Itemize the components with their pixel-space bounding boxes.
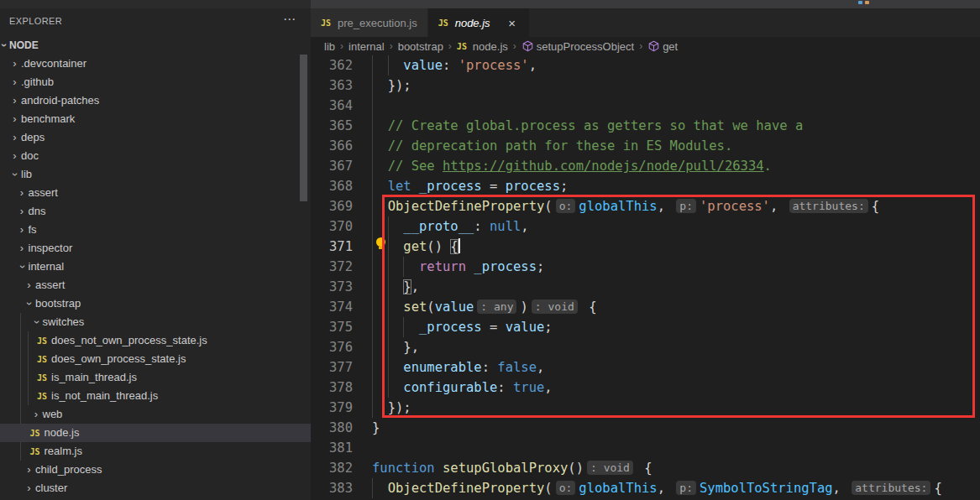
code-token: } bbox=[372, 420, 380, 435]
breadcrumb-item-bootstrap[interactable]: bootstrap bbox=[398, 40, 443, 53]
tree-item-doc[interactable]: ›doc bbox=[0, 147, 311, 165]
breadcrumb-item-get[interactable]: get bbox=[647, 40, 678, 53]
breadcrumb-item-setupProcessObject[interactable]: setupProcessObject bbox=[521, 40, 634, 53]
tree-item-assert[interactable]: ›assert bbox=[0, 184, 311, 202]
tree-item-realm.js[interactable]: JSrealm.js bbox=[0, 442, 311, 461]
tree-item-does-not-own-process-state.js[interactable]: JSdoes_not_own_process_state.js bbox=[0, 331, 311, 350]
code-line-378[interactable]: 378 configurable: true, bbox=[311, 378, 980, 398]
code-line-375[interactable]: 375 _process = value; bbox=[311, 317, 980, 337]
code-token bbox=[466, 259, 474, 274]
inlay-hint: : any bbox=[477, 299, 516, 314]
tree-item-lib[interactable]: ›lib bbox=[0, 165, 311, 184]
tree-item-.devcontainer[interactable]: ›.devcontainer bbox=[0, 55, 311, 73]
code-token: 'process' bbox=[459, 58, 529, 73]
tree-item-web[interactable]: ›web bbox=[0, 405, 311, 424]
code-token: { bbox=[934, 481, 941, 496]
code-line-376[interactable]: 376 }, bbox=[311, 337, 980, 357]
tree-item-internal[interactable]: ›internal bbox=[0, 258, 311, 276]
code-text: }); bbox=[372, 76, 411, 96]
code-text: configurable: true, bbox=[372, 378, 553, 398]
tree-item-inspector[interactable]: ›inspector bbox=[0, 239, 311, 258]
code-token: ; bbox=[537, 259, 544, 274]
code-line-380[interactable]: 380} bbox=[311, 418, 980, 438]
tree-item-fs[interactable]: ›fs bbox=[0, 221, 311, 239]
tree-item-child-process[interactable]: ›child_process bbox=[0, 461, 311, 479]
code-line-382[interactable]: 382function setupGlobalProxy(): void { bbox=[311, 458, 980, 478]
tree-item-label: cluster bbox=[35, 482, 67, 494]
code-line-369[interactable]: 369 ObjectDefineProperty(o:globalThis, p… bbox=[311, 196, 980, 216]
breadcrumb-item-internal[interactable]: internal bbox=[349, 40, 385, 53]
code-line-363[interactable]: 363 }); bbox=[311, 76, 980, 96]
code-line-365[interactable]: 365 // Create global.process as getters … bbox=[311, 116, 980, 136]
tree-item-dns[interactable]: ›dns bbox=[0, 202, 311, 221]
code-text: let _process = process; bbox=[372, 176, 568, 196]
code-line-364[interactable]: 364 bbox=[311, 96, 980, 116]
code-token: { bbox=[581, 299, 597, 315]
line-number: 381 bbox=[311, 438, 353, 458]
code-line-383[interactable]: 383 ObjectDefineProperty(o:globalThis, p… bbox=[311, 478, 980, 498]
tree-item-bootstrap[interactable]: ›bootstrap bbox=[0, 294, 311, 313]
tree-item-deps[interactable]: ›deps bbox=[0, 128, 311, 147]
code-token bbox=[372, 58, 403, 73]
code-line-368[interactable]: 368 let _process = process; bbox=[311, 176, 980, 196]
tree-item-.github[interactable]: ›.github bbox=[0, 73, 311, 91]
workspace-section-node[interactable]: › NODE bbox=[0, 36, 311, 55]
breadcrumb-separator: › bbox=[513, 40, 516, 52]
tree-item-cluster[interactable]: ›cluster bbox=[0, 479, 311, 497]
line-number: 376 bbox=[311, 337, 353, 357]
tree-item-label: fs bbox=[29, 223, 37, 236]
code-line-366[interactable]: 366 // deprecation path for these in ES … bbox=[311, 136, 980, 156]
js-file-icon: JS bbox=[30, 443, 45, 461]
tab-label: pre_execution.js bbox=[338, 17, 417, 29]
sidebar-scrollbar[interactable] bbox=[300, 55, 307, 201]
tree-item-does-own-process-state.js[interactable]: JSdoes_own_process_state.js bbox=[0, 350, 311, 368]
code-line-371[interactable]: 371 get() { bbox=[311, 237, 980, 257]
chevron-right-icon: › bbox=[8, 73, 21, 91]
code-line-367[interactable]: 367 // See https://github.com/nodejs/nod… bbox=[311, 156, 980, 176]
tree-item-switches[interactable]: ›switches bbox=[0, 313, 311, 331]
tab-node.js[interactable]: JSnode.js× bbox=[428, 8, 529, 37]
tree-item-benchmark[interactable]: ›benchmark bbox=[0, 110, 311, 128]
tree-item-node.js[interactable]: JSnode.js bbox=[0, 424, 311, 442]
symbol-cube-icon bbox=[521, 40, 534, 52]
line-number: 369 bbox=[311, 196, 353, 216]
line-number: 377 bbox=[311, 357, 353, 378]
code-token: , bbox=[833, 481, 849, 496]
code-token: SymbolToStringTag bbox=[700, 481, 833, 496]
code-line-370[interactable]: 370 __proto__: null, bbox=[311, 216, 980, 237]
tree-item-label: android-patches bbox=[21, 94, 99, 107]
lightbulb-code-action-icon[interactable] bbox=[375, 237, 386, 250]
code-line-381[interactable]: 381 bbox=[311, 438, 980, 458]
tab-label: node.js bbox=[455, 17, 490, 29]
tree-item-is-not-main-thread.js[interactable]: JSis_not_main_thread.js bbox=[0, 387, 311, 405]
tree-item-assert[interactable]: ›assert bbox=[0, 276, 311, 294]
breadcrumb-label: get bbox=[663, 40, 678, 53]
code-line-377[interactable]: 377 enumerable: false, bbox=[311, 357, 980, 378]
code-editor[interactable]: 362 value: 'process',363 });364365 // Cr… bbox=[311, 55, 980, 500]
code-token: setupGlobalProxy bbox=[443, 461, 568, 476]
code-token: () bbox=[568, 461, 584, 476]
close-icon[interactable]: × bbox=[506, 17, 519, 29]
line-number: 380 bbox=[311, 418, 353, 438]
tree-item-label: benchmark bbox=[21, 112, 75, 125]
tab-pre_execution.js[interactable]: JSpre_execution.js bbox=[311, 8, 427, 37]
inlay-hint: p: bbox=[676, 481, 696, 495]
line-number: 363 bbox=[311, 76, 353, 96]
code-line-372[interactable]: 372 return _process; bbox=[311, 257, 980, 277]
code-line-362[interactable]: 362 value: 'process', bbox=[311, 55, 980, 76]
breadcrumb-item-node.js[interactable]: JSnode.js bbox=[457, 40, 508, 53]
code-token: set bbox=[403, 299, 427, 315]
code-text: }); bbox=[372, 398, 411, 418]
tree-item-label: web bbox=[43, 408, 63, 420]
chevron-right-icon: › bbox=[16, 239, 29, 258]
explorer-more-actions-icon[interactable]: ⋯ bbox=[283, 12, 296, 27]
tree-item-is-main-thread.js[interactable]: JSis_main_thread.js bbox=[0, 368, 311, 387]
code-line-374[interactable]: 374 set(value: any): void { bbox=[311, 297, 980, 317]
tree-item-android-patches[interactable]: ›android-patches bbox=[0, 91, 311, 110]
code-token: , bbox=[521, 219, 528, 234]
code-line-373[interactable]: 373 }, bbox=[311, 277, 980, 297]
code-line-379[interactable]: 379 }); bbox=[311, 398, 980, 418]
code-text: enumerable: false, bbox=[372, 357, 544, 378]
line-number: 372 bbox=[311, 257, 353, 277]
breadcrumb-item-lib[interactable]: lib bbox=[324, 40, 335, 53]
